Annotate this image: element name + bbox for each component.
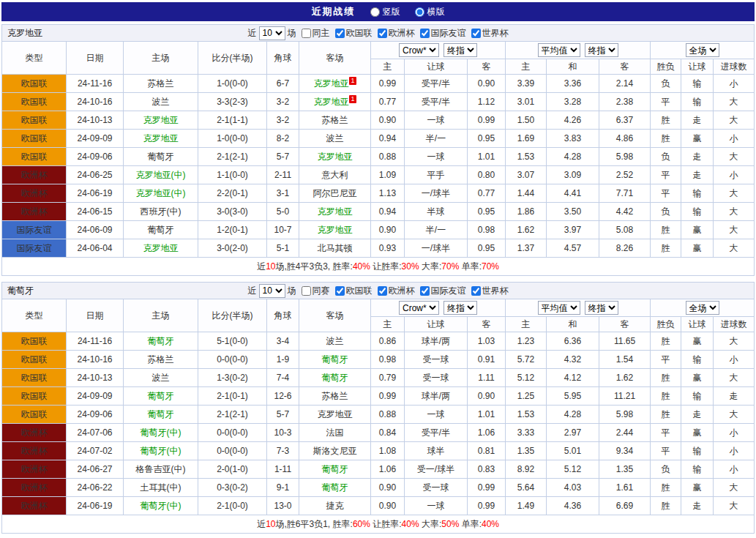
layout-option-vertical[interactable]: 竖版 bbox=[370, 6, 400, 18]
result-goals-cell: 小 bbox=[714, 460, 755, 479]
horizontal-layout-radio[interactable] bbox=[415, 7, 424, 17]
column-header: 客场 bbox=[299, 299, 371, 332]
table-header-row: 类型日期主场比分(半场)角球客场Crow*终指平均值终指全场 bbox=[2, 42, 755, 59]
same-filter-checkbox[interactable]: 同赛 bbox=[302, 285, 330, 297]
league-filter-checkbox-0-input[interactable] bbox=[335, 286, 345, 296]
odds-company-select[interactable]: Crow* bbox=[399, 43, 439, 57]
avg-source-select[interactable]: 平均值 bbox=[538, 301, 580, 315]
odds-company-select[interactable]: Crow* bbox=[399, 301, 439, 315]
column-header: 类型 bbox=[2, 42, 67, 75]
avg-away-cell: 2.52 bbox=[599, 166, 651, 184]
league-filter-checkbox-2[interactable]: 国际友谊 bbox=[420, 285, 466, 297]
corners-cell: 5-0 bbox=[267, 203, 299, 221]
result-handicap-cell: 赢 bbox=[681, 130, 714, 148]
league-filter-checkbox-3-input[interactable] bbox=[471, 29, 481, 38]
result-handicap-cell: 输 bbox=[681, 75, 714, 93]
odds-away-cell: 0.95 bbox=[468, 239, 506, 258]
team-name: 斯洛文尼亚 bbox=[313, 446, 357, 456]
team-cell: 葡萄牙(中) bbox=[124, 424, 198, 442]
avg-home-cell: 5.72 bbox=[506, 351, 547, 369]
column-subheader: 主 bbox=[371, 59, 405, 75]
team-cell: 葡萄牙 bbox=[124, 406, 198, 424]
team-cell: 葡萄牙 bbox=[124, 332, 198, 351]
team-name: 法国 bbox=[326, 427, 344, 438]
league-filter-checkbox-0-input[interactable] bbox=[335, 29, 345, 38]
result-handicap-cell: 赢 bbox=[681, 424, 714, 442]
team-name: 格鲁吉亚(中) bbox=[136, 464, 186, 474]
same-filter-checkbox-input[interactable] bbox=[302, 29, 311, 38]
league-filter-checkbox-1-input[interactable] bbox=[378, 286, 387, 296]
date-cell: 24-06-19 bbox=[67, 184, 124, 203]
avg-away-cell: 5.98 bbox=[599, 148, 651, 166]
odds-away-cell: 0.95 bbox=[468, 130, 506, 148]
date-cell: 24-06-09 bbox=[67, 221, 124, 239]
league-cell: 国际友谊 bbox=[2, 239, 67, 258]
team-name: 葡萄牙 bbox=[322, 464, 348, 474]
avg-away-cell: 5.98 bbox=[599, 406, 651, 424]
team-name: 葡萄牙 bbox=[148, 336, 174, 346]
avg-home-cell: 1.49 bbox=[506, 497, 547, 515]
league-filter-checkbox-3-label: 世界杯 bbox=[482, 285, 509, 297]
avg-away-cell: 2.14 bbox=[599, 75, 651, 93]
team-name: 苏格兰 bbox=[322, 391, 348, 401]
avg-stage-select[interactable]: 终指 bbox=[585, 301, 618, 315]
section-title-row: 葡萄牙近10场同赛欧国联欧洲杯国际友谊世界杯 bbox=[2, 283, 755, 299]
league-cell: 欧国联 bbox=[2, 111, 67, 130]
score-cell: 1-1(0-0) bbox=[198, 166, 267, 184]
handicap-cell: 受平/半 bbox=[405, 93, 468, 111]
team-name: 克罗地亚 bbox=[318, 225, 353, 235]
layout-option-horizontal[interactable]: 横版 bbox=[415, 6, 445, 18]
team-cell: 葡萄牙 bbox=[299, 369, 371, 387]
vertical-layout-radio[interactable] bbox=[370, 7, 380, 17]
odds-home-cell: 0.90 bbox=[371, 111, 405, 130]
handicap-cell: 球半 bbox=[405, 442, 468, 460]
team-cell: 阿尔巴尼亚 bbox=[299, 184, 371, 203]
odds-home-cell: 0.90 bbox=[371, 479, 405, 497]
avg-home-cell: 1.53 bbox=[506, 406, 547, 424]
handicap-cell: 一球 bbox=[405, 406, 468, 424]
scope-select[interactable]: 全场 bbox=[686, 301, 719, 315]
column-subheader: 胜负 bbox=[651, 59, 681, 75]
recent-count-select[interactable]: 10 bbox=[259, 284, 285, 298]
odds-stage-select[interactable]: 终指 bbox=[444, 43, 477, 57]
league-filter-checkbox-1[interactable]: 欧洲杯 bbox=[378, 285, 415, 297]
avg-away-cell: 4.86 bbox=[599, 130, 651, 148]
result-outcome-cell: 平 bbox=[651, 424, 681, 442]
column-header: 主场 bbox=[124, 42, 198, 75]
score-cell: 1-3(0-2) bbox=[198, 369, 267, 387]
odds-away-cell: 0.99 bbox=[468, 479, 506, 497]
league-filter-checkbox-0[interactable]: 欧国联 bbox=[335, 285, 373, 297]
avg-source-select[interactable]: 平均值 bbox=[538, 43, 580, 57]
league-filter-checkbox-3-input[interactable] bbox=[471, 286, 481, 296]
column-subheader: 客 bbox=[599, 59, 651, 75]
same-filter-checkbox[interactable]: 同主 bbox=[302, 27, 330, 40]
result-handicap-cell: 输 bbox=[681, 184, 714, 203]
recent-count-select[interactable]: 10 bbox=[259, 26, 285, 40]
result-handicap-cell: 输 bbox=[681, 460, 714, 479]
scope-select[interactable]: 全场 bbox=[686, 43, 719, 57]
odds-away-cell: 0.90 bbox=[468, 387, 506, 406]
league-filter-checkbox-0[interactable]: 欧国联 bbox=[335, 27, 373, 40]
vertical-layout-label: 竖版 bbox=[383, 6, 400, 18]
league-filter-checkbox-1[interactable]: 欧洲杯 bbox=[378, 27, 415, 40]
avg-stage-select[interactable]: 终指 bbox=[585, 43, 618, 57]
team-cell: 斯洛文尼亚 bbox=[299, 442, 371, 460]
result-outcome-cell: 胜 bbox=[651, 332, 681, 351]
same-filter-checkbox-input[interactable] bbox=[302, 286, 311, 296]
summary-row: 近10场,胜4平3负3, 胜率:40% 让胜率:30% 大率:70% 单率:70… bbox=[2, 258, 755, 276]
league-filter-checkbox-3[interactable]: 世界杯 bbox=[471, 285, 509, 297]
league-filter-checkbox-2-input[interactable] bbox=[420, 286, 430, 296]
league-filter-checkbox-3[interactable]: 世界杯 bbox=[471, 27, 509, 40]
league-filter-checkbox-2[interactable]: 国际友谊 bbox=[420, 27, 466, 40]
result-outcome-cell: 胜 bbox=[651, 479, 681, 497]
match-row: 欧洲杯24-07-06葡萄牙(中)0-0(0-0)10-3法国0.84受平/半1… bbox=[2, 424, 755, 442]
odds-away-cell: 0.83 bbox=[468, 460, 506, 479]
score-cell: 0-0(0-0) bbox=[198, 351, 267, 369]
league-filter-checkbox-1-input[interactable] bbox=[378, 29, 387, 38]
avg-away-cell: 7.71 bbox=[599, 184, 651, 203]
team-name: 捷克 bbox=[326, 501, 344, 511]
odds-stage-select[interactable]: 终指 bbox=[444, 301, 477, 315]
league-filter-checkbox-2-input[interactable] bbox=[420, 29, 430, 38]
avg-draw-cell: 5.12 bbox=[547, 460, 599, 479]
league-filter-checkbox-1-label: 欧洲杯 bbox=[389, 27, 415, 40]
